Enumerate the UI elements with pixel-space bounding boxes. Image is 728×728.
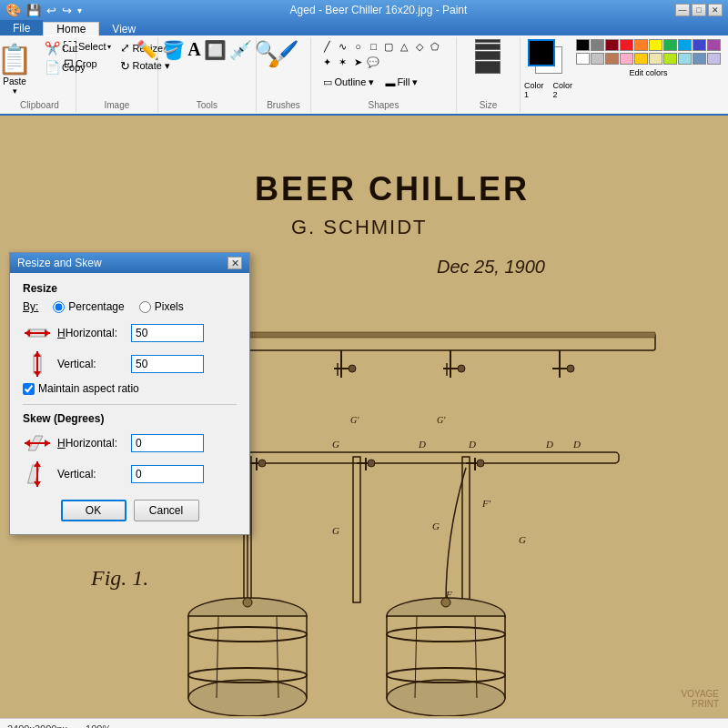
shape-line[interactable]: ╱: [319, 39, 334, 54]
shape-star6[interactable]: ✶: [335, 55, 349, 69]
window-title: Aged - Beer Chiller 16x20.jpg - Paint: [290, 4, 468, 16]
skew-section-label: Skew (Degrees): [23, 412, 237, 425]
shape-diamond[interactable]: ◇: [412, 39, 427, 54]
crop-button[interactable]: ⊡ Crop: [60, 55, 116, 72]
fill-button[interactable]: ▬Fill ▾: [381, 75, 421, 90]
color-swatch-15[interactable]: [649, 53, 662, 65]
qat-undo[interactable]: ↩: [46, 4, 56, 17]
close-button[interactable]: ✕: [708, 4, 723, 16]
color-swatch-4[interactable]: [634, 39, 648, 51]
watermark: VOYAGE PRINT: [682, 689, 720, 709]
qat-save[interactable]: 💾: [26, 4, 41, 17]
vertical-resize-icon: [23, 351, 52, 377]
eraser-button[interactable]: 🔲: [204, 39, 227, 61]
vertical-resize-input[interactable]: [131, 355, 204, 373]
color-swatch-5[interactable]: [649, 39, 662, 51]
edit-colors-button[interactable]: Edit colors: [576, 68, 721, 77]
color-swatch-16[interactable]: [663, 53, 677, 65]
svg-marker-75: [34, 481, 41, 487]
color-swatch-14[interactable]: [634, 53, 648, 65]
pixels-radio[interactable]: [139, 301, 151, 313]
svg-text:G: G: [432, 521, 440, 531]
horizontal-resize-icon: [23, 320, 52, 346]
color-swatch-19[interactable]: [707, 53, 721, 65]
maximize-button[interactable]: □: [692, 4, 706, 16]
color-swatch-1[interactable]: [591, 39, 604, 51]
svg-marker-62: [25, 329, 30, 337]
maintain-aspect-checkbox[interactable]: [23, 383, 35, 395]
app-icon: 🎨: [5, 3, 21, 17]
canvas-area: BEER CHILLER G. SCHMIDT Dec 25, 1900 .pa…: [0, 116, 728, 718]
svg-point-32: [188, 680, 307, 716]
horizontal-resize-label: HHorizontal:: [57, 327, 126, 339]
patent-fig: Fig. 1.: [91, 566, 148, 591]
shape-triangle[interactable]: △: [397, 39, 411, 54]
svg-point-39: [387, 680, 505, 716]
shape-star4[interactable]: ✦: [319, 55, 334, 69]
color-swatch-3[interactable]: [620, 39, 633, 51]
color-swatch-11[interactable]: [591, 53, 604, 65]
shape-callout[interactable]: 💬: [366, 55, 380, 69]
eyedropper-button[interactable]: 💉: [229, 39, 252, 61]
color-swatch-7[interactable]: [678, 39, 692, 51]
svg-text:F: F: [445, 589, 452, 600]
horizontal-skew-label: HHorizontal:: [57, 437, 126, 450]
shape-rect[interactable]: □: [366, 39, 380, 54]
color-swatch-18[interactable]: [693, 53, 706, 65]
horizontal-skew-icon: [23, 430, 52, 456]
svg-text:G': G': [350, 415, 359, 425]
svg-text:D: D: [545, 439, 553, 450]
fill-tool-button[interactable]: 🪣: [162, 39, 185, 61]
svg-text:G: G: [519, 534, 526, 545]
outline-button[interactable]: ▭Outline ▾: [319, 75, 378, 90]
color-swatch-2[interactable]: [605, 39, 619, 51]
qat-dropdown[interactable]: ▾: [77, 5, 82, 15]
color-swatch-6[interactable]: [663, 39, 677, 51]
color2-label: Color 2: [552, 81, 572, 99]
paste-button[interactable]: 📋 Paste ▾: [0, 39, 39, 98]
pencil-button[interactable]: ✏️: [136, 39, 159, 61]
color-swatch-12[interactable]: [605, 53, 619, 65]
text-button[interactable]: A: [187, 39, 200, 60]
svg-text:G: G: [332, 525, 339, 536]
color-swatch-13[interactable]: [620, 53, 633, 65]
horizontal-resize-input[interactable]: [131, 324, 204, 342]
shape-oval[interactable]: ○: [350, 39, 365, 54]
tab-file[interactable]: File: [0, 20, 43, 35]
shape-pentagon[interactable]: ⬠: [428, 39, 442, 54]
pixels-radio-label[interactable]: Pixels: [139, 300, 184, 313]
brushes-button[interactable]: 🖌️: [268, 39, 299, 69]
minimize-button[interactable]: —: [675, 4, 690, 16]
color1-swatch[interactable]: [528, 39, 555, 66]
maintain-aspect-label: Maintain aspect ratio: [38, 382, 139, 395]
tab-view[interactable]: View: [99, 22, 148, 35]
shape-curve[interactable]: ∿: [335, 39, 349, 54]
svg-marker-63: [45, 329, 50, 337]
dialog-title: Resize and Skew: [17, 257, 102, 269]
dialog-close-button[interactable]: ✕: [228, 257, 242, 269]
resize-section-label: Resize: [23, 282, 237, 295]
qat-redo[interactable]: ↪: [62, 4, 72, 17]
svg-point-29: [567, 365, 574, 372]
color-swatch-17[interactable]: [678, 53, 692, 65]
svg-text:D: D: [572, 439, 581, 450]
tab-home[interactable]: Home: [43, 22, 99, 36]
percentage-radio[interactable]: [53, 301, 65, 313]
svg-point-13: [477, 460, 484, 467]
shape-arrow[interactable]: ➤: [350, 55, 365, 69]
color-swatch-0[interactable]: [576, 39, 590, 51]
vertical-skew-label: Vertical:: [57, 468, 126, 480]
shape-rounded-rect[interactable]: ▢: [381, 39, 396, 54]
horizontal-skew-input[interactable]: [131, 434, 204, 452]
percentage-radio-label[interactable]: Percentage: [53, 300, 124, 313]
ok-button[interactable]: OK: [61, 500, 126, 521]
svg-marker-70: [25, 440, 30, 447]
vertical-skew-input[interactable]: [131, 465, 204, 483]
select-button[interactable]: Select ▾: [60, 39, 116, 54]
color-swatch-9[interactable]: [707, 39, 721, 51]
color-swatch-10[interactable]: [576, 53, 590, 65]
svg-point-7: [258, 460, 266, 467]
color-swatch-8[interactable]: [693, 39, 706, 51]
cancel-button[interactable]: Cancel: [134, 500, 199, 521]
by-label: By:: [23, 300, 38, 313]
